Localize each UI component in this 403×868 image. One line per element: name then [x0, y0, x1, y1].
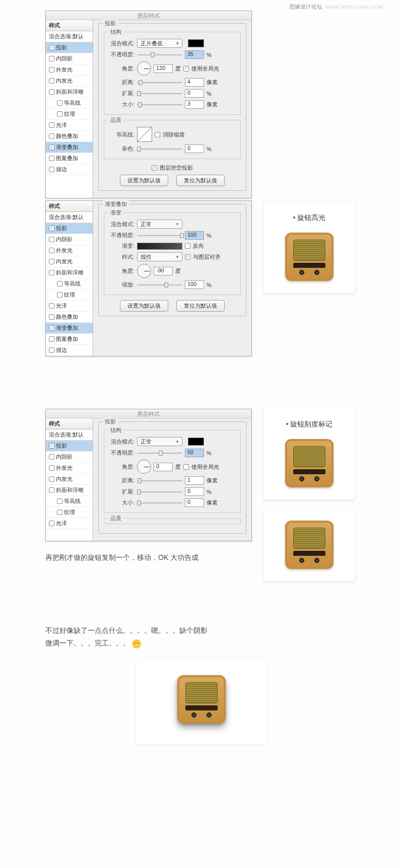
checkbox[interactable]: [49, 465, 54, 471]
blend-mode-select[interactable]: 正片叠底: [137, 39, 182, 48]
checkbox[interactable]: [57, 292, 62, 298]
checkbox[interactable]: [49, 314, 54, 320]
checkbox[interactable]: [49, 45, 54, 50]
distance-input[interactable]: 4: [185, 78, 204, 87]
global-light-checkbox[interactable]: [183, 464, 189, 470]
style-item[interactable]: 外发光: [46, 64, 93, 76]
style-item[interactable]: 斜面和浮雕: [46, 267, 93, 278]
style-item[interactable]: 光泽: [46, 518, 93, 529]
style-item[interactable]: 纹理: [46, 507, 93, 518]
style-item[interactable]: 内发光: [46, 256, 93, 267]
opacity-slider[interactable]: [137, 450, 182, 457]
style-item[interactable]: 斜面和浮雕: [46, 485, 93, 496]
angle-input[interactable]: 120: [154, 64, 173, 73]
checkbox[interactable]: [49, 336, 54, 342]
checkbox[interactable]: [49, 476, 54, 482]
style-item[interactable]: 投影: [46, 441, 93, 452]
color-swatch[interactable]: [188, 39, 204, 47]
style-item[interactable]: 投影: [46, 42, 93, 53]
style-item[interactable]: 描边: [46, 164, 93, 175]
checkbox[interactable]: [49, 56, 54, 61]
style-item[interactable]: 渐变叠加: [46, 323, 93, 334]
style-item[interactable]: 图案叠加: [46, 334, 93, 345]
opacity-input[interactable]: 35: [185, 50, 204, 59]
opacity-slider[interactable]: [137, 232, 182, 239]
style-select[interactable]: 线性: [137, 252, 182, 261]
spread-input[interactable]: 0: [185, 89, 204, 98]
knockout-checkbox[interactable]: [152, 165, 157, 171]
style-item[interactable]: 描边: [46, 345, 93, 356]
distance-input[interactable]: 1: [185, 476, 204, 485]
style-item[interactable]: 内发光: [46, 76, 93, 87]
blend-options[interactable]: 混合选项:默认: [46, 429, 93, 441]
checkbox[interactable]: [57, 100, 62, 106]
checkbox[interactable]: [49, 347, 54, 353]
reverse-checkbox[interactable]: [185, 243, 190, 249]
style-item[interactable]: 渐变叠加: [46, 142, 93, 153]
style-item[interactable]: 斜面和浮雕: [46, 87, 93, 98]
checkbox[interactable]: [49, 237, 54, 242]
reset-default-button[interactable]: 复位为默认值: [176, 300, 225, 312]
size-input[interactable]: 0: [185, 498, 204, 507]
scale-slider[interactable]: [137, 281, 182, 288]
style-item[interactable]: 等高线: [46, 496, 93, 507]
distance-slider[interactable]: [137, 477, 182, 484]
checkbox[interactable]: [49, 144, 54, 150]
style-item[interactable]: 光泽: [46, 301, 93, 312]
checkbox[interactable]: [49, 454, 54, 460]
style-item[interactable]: 颜色叠加: [46, 131, 93, 142]
style-item[interactable]: 内阴影: [46, 234, 93, 245]
checkbox[interactable]: [57, 281, 62, 286]
style-item[interactable]: 外发光: [46, 245, 93, 256]
angle-dial[interactable]: [137, 264, 151, 278]
style-item[interactable]: 内发光: [46, 474, 93, 485]
angle-dial[interactable]: [137, 61, 151, 76]
blend-mode-select[interactable]: 正常: [137, 437, 182, 446]
reset-default-button[interactable]: 复位为默认值: [176, 175, 225, 186]
opacity-input[interactable]: 100: [185, 231, 204, 240]
checkbox[interactable]: [57, 498, 62, 504]
size-slider[interactable]: [137, 499, 182, 507]
checkbox[interactable]: [49, 156, 54, 161]
style-item[interactable]: 光泽: [46, 120, 93, 131]
align-checkbox[interactable]: [185, 254, 190, 260]
checkbox[interactable]: [49, 167, 54, 172]
checkbox[interactable]: [49, 133, 54, 139]
style-item[interactable]: 等高线: [46, 278, 93, 290]
checkbox[interactable]: [57, 510, 62, 515]
blend-options[interactable]: 混合选项:默认: [46, 31, 93, 42]
checkbox[interactable]: [49, 67, 54, 73]
checkbox[interactable]: [49, 122, 54, 128]
opacity-slider[interactable]: [137, 51, 182, 58]
style-item[interactable]: 外发光: [46, 463, 93, 474]
checkbox[interactable]: [49, 259, 54, 264]
blend-mode-select[interactable]: 正常: [137, 220, 182, 229]
spread-slider[interactable]: [137, 90, 182, 97]
checkbox[interactable]: [49, 270, 54, 275]
checkbox[interactable]: [49, 443, 54, 449]
blend-options[interactable]: 混合选项:默认: [46, 212, 93, 223]
checkbox[interactable]: [49, 521, 54, 526]
style-item[interactable]: 图案叠加: [46, 153, 93, 164]
checkbox[interactable]: [49, 226, 54, 231]
set-default-button[interactable]: 设置为默认值: [120, 300, 168, 312]
checkbox[interactable]: [57, 111, 62, 117]
antialias-checkbox[interactable]: [155, 132, 160, 137]
color-swatch[interactable]: [188, 438, 204, 446]
checkbox[interactable]: [49, 325, 54, 331]
style-item[interactable]: 内阴影: [46, 452, 93, 463]
style-item[interactable]: 纹理: [46, 290, 93, 301]
checkbox[interactable]: [49, 303, 54, 309]
gradient-picker[interactable]: [137, 243, 182, 250]
size-input[interactable]: 3: [185, 100, 204, 109]
contour-picker[interactable]: [137, 127, 152, 142]
spread-input[interactable]: 0: [185, 487, 204, 496]
scale-input[interactable]: 100: [185, 280, 204, 289]
style-item[interactable]: 投影: [46, 223, 93, 234]
set-default-button[interactable]: 设置为默认值: [120, 175, 168, 186]
style-item[interactable]: 纹理: [46, 109, 93, 120]
opacity-input[interactable]: 50: [185, 449, 204, 457]
angle-input[interactable]: 0: [154, 463, 173, 471]
noise-input[interactable]: 0: [185, 144, 204, 153]
style-item[interactable]: 等高线: [46, 98, 93, 109]
